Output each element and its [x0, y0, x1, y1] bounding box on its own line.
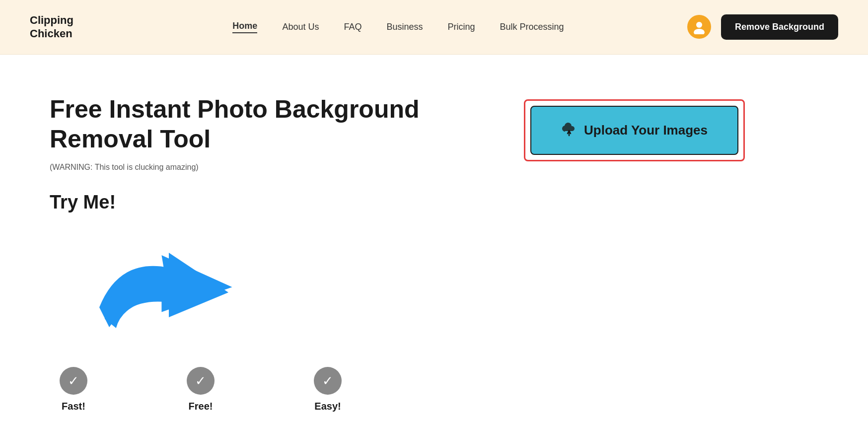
feature-fast-label: Fast! — [62, 401, 85, 412]
hero-title: Free Instant Photo Background Removal To… — [50, 94, 484, 154]
feature-free-label: Free! — [189, 401, 213, 412]
feature-free: ✓ Free! — [187, 367, 215, 412]
svg-point-0 — [696, 22, 702, 28]
header-right: Remove Background — [687, 14, 838, 40]
check-icon-free: ✓ — [187, 367, 215, 395]
blue-curved-arrow-icon — [89, 228, 238, 337]
check-icon-fast: ✓ — [60, 367, 87, 395]
user-avatar-icon[interactable] — [687, 15, 711, 39]
try-me-label: Try Me! — [50, 192, 484, 213]
nav-about[interactable]: About Us — [282, 22, 319, 32]
upload-cloud-icon — [561, 121, 577, 140]
svg-point-1 — [694, 29, 705, 34]
main-content: Free Instant Photo Background Removal To… — [0, 55, 868, 425]
nav-faq[interactable]: FAQ — [344, 22, 362, 32]
left-section: Free Instant Photo Background Removal To… — [50, 94, 484, 412]
feature-easy: ✓ Easy! — [314, 367, 342, 412]
nav-business[interactable]: Business — [386, 22, 423, 32]
features-row: ✓ Fast! ✓ Free! ✓ Easy! — [50, 367, 484, 412]
hero-subtitle: (WARNING: This tool is clucking amazing) — [50, 163, 484, 172]
feature-fast: ✓ Fast! — [60, 367, 87, 412]
nav-bulk-processing[interactable]: Bulk Processing — [500, 22, 564, 32]
remove-background-button[interactable]: Remove Background — [721, 14, 838, 40]
main-nav: Home About Us FAQ Business Pricing Bulk … — [109, 21, 687, 33]
header: Clipping Chicken Home About Us FAQ Busin… — [0, 0, 868, 55]
upload-drop-zone[interactable]: Upload Your Images — [524, 99, 745, 161]
upload-images-button[interactable]: Upload Your Images — [530, 106, 738, 155]
feature-easy-label: Easy! — [314, 401, 341, 412]
arrow-container — [50, 228, 484, 337]
logo: Clipping Chicken — [30, 14, 109, 40]
nav-home[interactable]: Home — [232, 21, 257, 33]
check-icon-easy: ✓ — [314, 367, 342, 395]
nav-pricing[interactable]: Pricing — [447, 22, 475, 32]
right-section: Upload Your Images — [524, 99, 745, 161]
upload-button-label: Upload Your Images — [584, 123, 708, 138]
